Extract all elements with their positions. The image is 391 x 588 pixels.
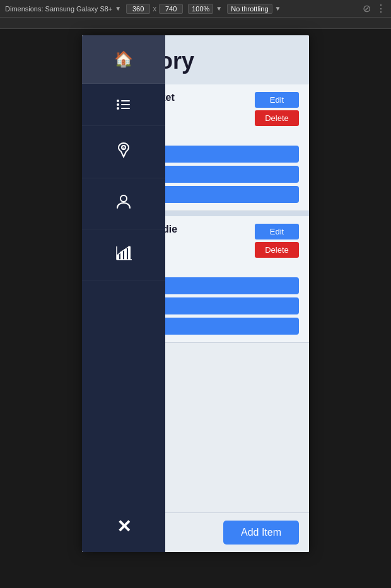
svg-rect-5: [121, 108, 130, 109]
device-dropdown-icon: ▼: [115, 5, 121, 12]
sidebar-item-money[interactable]: $: [82, 126, 165, 178]
sidebar-item-home[interactable]: 🏠: [82, 35, 165, 84]
add-item-button[interactable]: Add Item: [223, 521, 299, 545]
delete-button[interactable]: Delete: [255, 110, 299, 126]
delete-button[interactable]: Delete: [255, 242, 299, 258]
home-icon: 🏠: [114, 50, 133, 68]
browser-toolbar: Dimensions: Samsung Galaxy S8+ ▼ 360 x 7…: [0, 0, 391, 18]
height-input[interactable]: 740: [159, 4, 183, 14]
money-icon: $: [115, 141, 132, 163]
sidebar: 🏠: [82, 35, 165, 552]
ruler: [0, 18, 391, 29]
dimension-separator: x: [153, 4, 156, 13]
list-icon: [116, 99, 131, 110]
more-options-icon[interactable]: ⋮: [376, 3, 386, 14]
dimension-section: 360 x 740: [126, 4, 183, 14]
svg-point-0: [117, 100, 119, 102]
svg-rect-12: [128, 246, 131, 260]
sidebar-close-button[interactable]: ✕: [82, 501, 165, 552]
zoom-selector[interactable]: 100%: [188, 4, 213, 14]
no-mobile-icon[interactable]: ⊘: [363, 3, 371, 14]
svg-point-8: [120, 195, 127, 202]
device-selector[interactable]: Dimensions: Samsung Galaxy S8+ ▼: [5, 5, 121, 13]
sidebar-item-person[interactable]: [82, 178, 165, 229]
zoom-dropdown-icon: ▼: [216, 5, 222, 12]
chart-icon: [115, 245, 132, 265]
sidebar-item-chart[interactable]: [82, 229, 165, 280]
item-actions: Edit Delete: [255, 92, 299, 126]
svg-rect-3: [121, 104, 130, 105]
width-input[interactable]: 360: [126, 4, 150, 14]
phone-content: Inventory Oversized Jacket $250 Total St…: [82, 35, 309, 552]
svg-rect-1: [121, 100, 130, 101]
sidebar-item-list[interactable]: [82, 84, 165, 126]
item-actions: Edit Delete: [255, 224, 299, 258]
edit-button[interactable]: Edit: [255, 224, 299, 239]
close-icon: ✕: [117, 516, 131, 537]
person-icon: [115, 193, 132, 214]
edit-button[interactable]: Edit: [255, 92, 299, 108]
phone-frame: Inventory Oversized Jacket $250 Total St…: [82, 35, 309, 552]
zoom-section[interactable]: 100% ▼: [188, 4, 222, 14]
throttle-section[interactable]: No throttling ▼: [227, 4, 281, 14]
svg-rect-11: [124, 249, 127, 260]
device-label: Dimensions: Samsung Galaxy S8+: [5, 5, 112, 13]
throttle-dropdown-icon: ▼: [275, 5, 281, 12]
svg-point-2: [117, 103, 119, 106]
toolbar-icons: ⊘ ⋮: [363, 3, 386, 14]
svg-point-4: [117, 107, 119, 110]
main-area: Inventory Oversized Jacket $250 Total St…: [0, 29, 391, 588]
throttle-selector[interactable]: No throttling: [227, 4, 272, 14]
